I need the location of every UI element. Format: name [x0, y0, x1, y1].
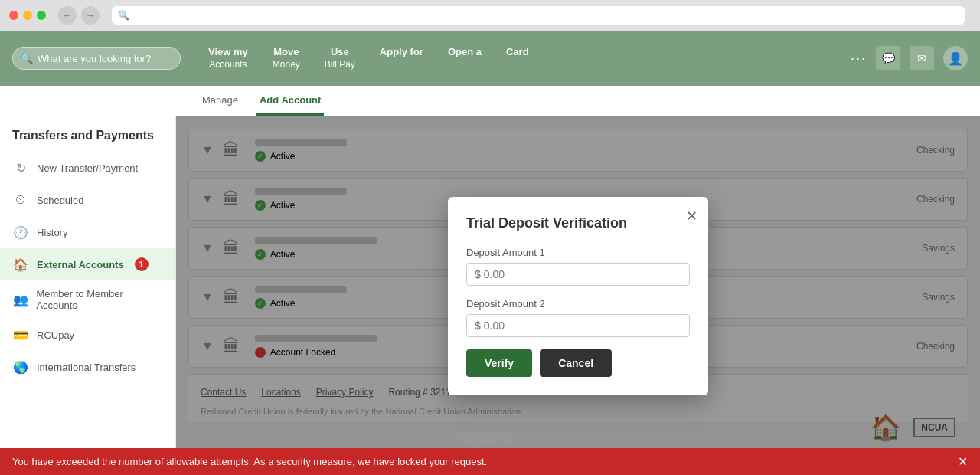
- sidebar-item-external-accounts[interactable]: 🏠 External Accounts 1: [0, 248, 175, 280]
- sidebar-item-label: History: [37, 227, 67, 238]
- sidebar-item-rcupay[interactable]: 💳 RCUpay: [0, 319, 175, 351]
- sidebar-title: Transfers and Payments: [0, 129, 175, 152]
- search-bar[interactable]: 🔍 What are you looking for?: [12, 47, 181, 70]
- verify-button[interactable]: Verify: [466, 349, 532, 377]
- scheduled-icon: ⏲: [12, 192, 29, 208]
- sidebar-item-history[interactable]: 🕐 History: [0, 216, 175, 248]
- sidebar-item-label: Member to Member Accounts: [36, 288, 163, 311]
- sidebar-item-label: International Transfers: [37, 362, 136, 373]
- nav-label-card: Card: [506, 46, 529, 59]
- nav-bill-pay[interactable]: Use Bill Pay: [312, 40, 368, 77]
- traffic-light-green[interactable]: [37, 11, 46, 20]
- nav-view-accounts[interactable]: View my Accounts: [196, 40, 260, 77]
- subnav-add-account[interactable]: Add Account: [256, 86, 324, 116]
- nav-label-apply: Apply for: [380, 46, 423, 59]
- subnav-manage[interactable]: Manage: [199, 86, 241, 116]
- nav-right: ··· 💬 ✉ 👤: [851, 46, 968, 70]
- chat-button[interactable]: 💬: [876, 46, 900, 70]
- rcupay-icon: 💳: [12, 326, 29, 343]
- search-icon: 🔍: [21, 53, 33, 64]
- deposit-amount-2-wrapper: $: [466, 314, 690, 337]
- subnav-add-account-label: Add Account: [260, 94, 321, 106]
- deposit-amount-2-label: Deposit Amount 2: [466, 298, 690, 310]
- dialog-overlay: Trial Deposit Verification ✕ Deposit Amo…: [176, 116, 980, 475]
- address-bar[interactable]: 🔍: [112, 6, 965, 25]
- nav-card[interactable]: Card: [494, 40, 541, 77]
- nav-label-use: Use: [331, 46, 349, 59]
- sidebar-item-label: RCUpay: [37, 329, 74, 341]
- history-icon: 🕐: [12, 224, 29, 241]
- nav-label-move: Move: [273, 46, 299, 59]
- external-accounts-badge: 1: [135, 257, 149, 271]
- nav-apply-for[interactable]: Apply for: [368, 40, 436, 77]
- international-icon: 🌎: [12, 359, 29, 375]
- nav-sub-billpay: Bill Pay: [325, 59, 355, 71]
- member-icon: 👥: [12, 291, 28, 308]
- top-nav: 🔍 What are you looking for? View my Acco…: [0, 31, 980, 86]
- back-button[interactable]: ←: [58, 6, 77, 25]
- deposit-amount-1-label: Deposit Amount 1: [466, 247, 690, 258]
- deposit-amount-2-input[interactable]: [484, 319, 681, 332]
- sub-nav: Manage Add Account: [0, 86, 980, 116]
- sidebar-item-international[interactable]: 🌎 International Transfers: [0, 351, 175, 383]
- subnav-manage-label: Manage: [202, 94, 238, 106]
- sidebar-item-scheduled[interactable]: ⏲ Scheduled: [0, 184, 175, 216]
- nav-open-a[interactable]: Open a: [436, 40, 494, 77]
- external-accounts-icon: 🏠: [12, 256, 29, 273]
- nav-move-money[interactable]: Move Money: [260, 40, 312, 77]
- browser-chrome: ← → 🔍: [0, 0, 980, 31]
- sidebar-item-member-to-member[interactable]: 👥 Member to Member Accounts: [0, 280, 175, 319]
- cancel-button[interactable]: Cancel: [540, 349, 612, 377]
- trial-deposit-dialog: Trial Deposit Verification ✕ Deposit Amo…: [448, 197, 708, 395]
- dollar-sign-1: $: [475, 268, 481, 280]
- forward-button[interactable]: →: [81, 6, 100, 25]
- mail-button[interactable]: ✉: [910, 46, 934, 70]
- dollar-sign-2: $: [475, 319, 481, 332]
- nav-links: View my Accounts Move Money Use Bill Pay…: [196, 40, 851, 77]
- app: 🔍 What are you looking for? View my Acco…: [0, 31, 980, 475]
- traffic-light-yellow[interactable]: [23, 11, 32, 20]
- user-avatar[interactable]: 👤: [943, 46, 968, 70]
- traffic-lights: [9, 11, 46, 20]
- sidebar-item-new-transfer[interactable]: ↻ New Transfer/Payment: [0, 152, 175, 184]
- dialog-title: Trial Deposit Verification: [466, 215, 690, 231]
- nav-sub-accounts: Accounts: [209, 59, 247, 71]
- nav-label-open: Open a: [448, 46, 482, 59]
- more-options-button[interactable]: ···: [851, 51, 867, 67]
- main-content: ▼ 🏛 ✓ Active Checking ▼ 🏛 ✓: [176, 116, 980, 475]
- deposit-amount-1-input[interactable]: [484, 268, 681, 280]
- deposit-amount-1-wrapper: $: [466, 263, 690, 286]
- nav-label-view: View my: [208, 46, 248, 59]
- search-icon: 🔍: [118, 10, 129, 21]
- sidebar: Transfers and Payments ↻ New Transfer/Pa…: [0, 116, 176, 475]
- nav-buttons: ← →: [58, 6, 100, 25]
- sidebar-item-label: New Transfer/Payment: [37, 162, 138, 174]
- dialog-close-button[interactable]: ✕: [686, 208, 697, 224]
- message-bar: You have exceeded the number of allowabl…: [0, 448, 980, 475]
- message-text: You have exceeded the number of allowabl…: [12, 456, 487, 467]
- close-message-button[interactable]: ✕: [958, 454, 968, 469]
- transfer-icon: ↻: [12, 159, 29, 176]
- nav-sub-money: Money: [273, 59, 300, 71]
- sidebar-item-label: Scheduled: [37, 195, 83, 206]
- traffic-light-red[interactable]: [9, 11, 18, 20]
- sidebar-item-label: External Accounts: [37, 259, 124, 270]
- dialog-buttons: Verify Cancel: [466, 349, 690, 377]
- search-placeholder: What are you looking for?: [38, 53, 151, 64]
- content-area: Transfers and Payments ↻ New Transfer/Pa…: [0, 116, 980, 475]
